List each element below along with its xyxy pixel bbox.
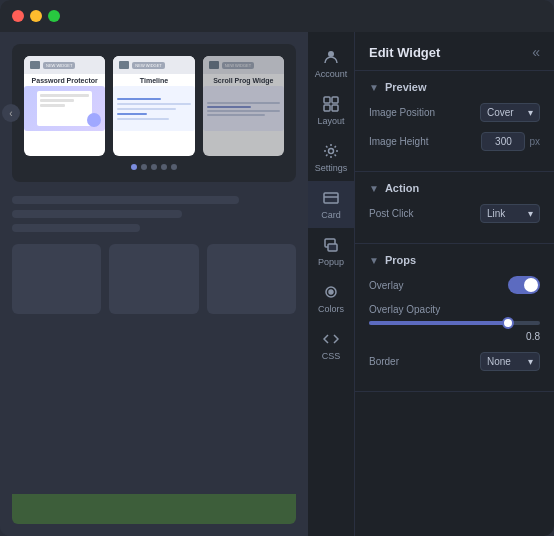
- tl-line: [117, 108, 176, 110]
- sidebar-item-popup[interactable]: Popup: [308, 228, 354, 275]
- dropdown-chevron-icon: ▾: [528, 107, 533, 118]
- slider-thumb: [502, 317, 514, 329]
- card-scroll-prog[interactable]: NEW WIDGET Scroll Prog Widge: [203, 56, 284, 156]
- minimize-dot[interactable]: [30, 10, 42, 22]
- tl-lines: [113, 94, 194, 124]
- sidebar-item-card[interactable]: Card: [308, 181, 354, 228]
- svg-point-11: [329, 290, 333, 294]
- card-header: NEW WIDGET: [113, 56, 194, 74]
- tl-line: [117, 113, 146, 115]
- image-position-label: Image Position: [369, 107, 435, 118]
- sidebar-item-css[interactable]: CSS: [308, 322, 354, 369]
- sidebar-item-settings[interactable]: Settings: [308, 134, 354, 181]
- pp-inner: [37, 91, 92, 126]
- image-height-row: Image Height px: [369, 132, 540, 151]
- settings-icon: [322, 142, 340, 160]
- sidebar-label-account: Account: [315, 69, 348, 79]
- post-click-row: Post Click Link ▾: [369, 204, 540, 223]
- overlay-opacity-container: Overlay Opacity 0.8: [369, 304, 540, 342]
- toggle-thumb: [524, 278, 538, 292]
- carousel-dots: [24, 164, 284, 170]
- dot-1[interactable]: [131, 164, 137, 170]
- border-label: Border: [369, 356, 399, 367]
- dot-2[interactable]: [141, 164, 147, 170]
- props-chevron-icon: ▼: [369, 255, 379, 266]
- border-value: None: [487, 356, 511, 367]
- preview-section: ▼ Preview Image Position Cover ▾ Image H…: [355, 71, 554, 172]
- close-dot[interactable]: [12, 10, 24, 22]
- preview-chevron-icon: ▼: [369, 82, 379, 93]
- svg-rect-1: [324, 97, 330, 103]
- dot-5[interactable]: [171, 164, 177, 170]
- css-icon: [322, 330, 340, 348]
- canvas-area: ‹ NEW WIDGET Password Protector: [0, 32, 308, 536]
- overlay-opacity-slider[interactable]: [369, 321, 540, 325]
- props-section-title: Props: [385, 254, 416, 266]
- card-badge: NEW WIDGET: [43, 62, 75, 69]
- skeleton-row: [12, 196, 239, 204]
- pp-line: [40, 94, 89, 97]
- overlay-row: Overlay: [369, 276, 540, 294]
- border-dropdown[interactable]: None ▾: [480, 352, 540, 371]
- sidebar-item-layout[interactable]: Layout: [308, 87, 354, 134]
- dot-3[interactable]: [151, 164, 157, 170]
- image-height-unit: px: [529, 136, 540, 147]
- sidebar-icons: Account Layout: [308, 32, 354, 536]
- card-logo: [209, 61, 219, 69]
- card-image: [24, 86, 105, 131]
- card-image: [203, 86, 284, 131]
- image-position-row: Image Position Cover ▾: [369, 103, 540, 122]
- skeleton-card: [109, 244, 198, 314]
- skeleton-rows: [12, 192, 296, 236]
- sidebar-item-colors[interactable]: Colors: [308, 275, 354, 322]
- svg-point-5: [329, 149, 334, 154]
- pp-icon: [87, 113, 101, 127]
- carousel-prev-button[interactable]: ‹: [2, 104, 20, 122]
- image-height-control: px: [481, 132, 540, 151]
- overlay-toggle[interactable]: [508, 276, 540, 294]
- sidebar-label-colors: Colors: [318, 304, 344, 314]
- card-logo: [119, 61, 129, 69]
- sidebar-label-card: Card: [321, 210, 341, 220]
- dropdown-chevron-icon: ▾: [528, 356, 533, 367]
- image-position-control: Cover ▾: [480, 103, 540, 122]
- app-window: ‹ NEW WIDGET Password Protector: [0, 0, 554, 536]
- dot-4[interactable]: [161, 164, 167, 170]
- edit-panel: Edit Widget « ▼ Preview Image Position C…: [354, 32, 554, 536]
- border-control: None ▾: [480, 352, 540, 371]
- image-position-dropdown[interactable]: Cover ▾: [480, 103, 540, 122]
- colors-icon: [322, 283, 340, 301]
- sidebar-label-layout: Layout: [317, 116, 344, 126]
- skeleton-grid: [12, 244, 296, 314]
- pp-line: [40, 99, 74, 102]
- card-timeline[interactable]: NEW WIDGET Timeline: [113, 56, 194, 156]
- edit-panel-title: Edit Widget: [369, 45, 440, 60]
- post-click-label: Post Click: [369, 208, 413, 219]
- svg-rect-2: [332, 97, 338, 103]
- action-section-title: Action: [385, 182, 419, 194]
- tl-line: [117, 98, 161, 100]
- post-click-value: Link: [487, 208, 505, 219]
- overlay-label: Overlay: [369, 280, 403, 291]
- overlay-opacity-value: 0.8: [369, 331, 540, 342]
- svg-point-0: [328, 51, 334, 57]
- post-click-dropdown[interactable]: Link ▾: [480, 204, 540, 223]
- image-height-input[interactable]: [481, 132, 525, 151]
- carousel-cards: NEW WIDGET Password Protector: [24, 56, 284, 156]
- preview-section-header[interactable]: ▼ Preview: [369, 81, 540, 93]
- card-icon: [322, 189, 340, 207]
- props-section-header[interactable]: ▼ Props: [369, 254, 540, 266]
- sidebar-label-settings: Settings: [315, 163, 348, 173]
- card-password-protector[interactable]: NEW WIDGET Password Protector: [24, 56, 105, 156]
- card-title: Password Protector: [24, 74, 105, 86]
- card-logo: [30, 61, 40, 69]
- sidebar-item-account[interactable]: Account: [308, 40, 354, 87]
- skeleton-row: [12, 224, 140, 232]
- sidebar-label-popup: Popup: [318, 257, 344, 267]
- action-section-header[interactable]: ▼ Action: [369, 182, 540, 194]
- maximize-dot[interactable]: [48, 10, 60, 22]
- border-row: Border None ▾: [369, 352, 540, 371]
- close-panel-button[interactable]: «: [532, 44, 540, 60]
- pp-line: [40, 104, 65, 107]
- account-icon: [322, 48, 340, 66]
